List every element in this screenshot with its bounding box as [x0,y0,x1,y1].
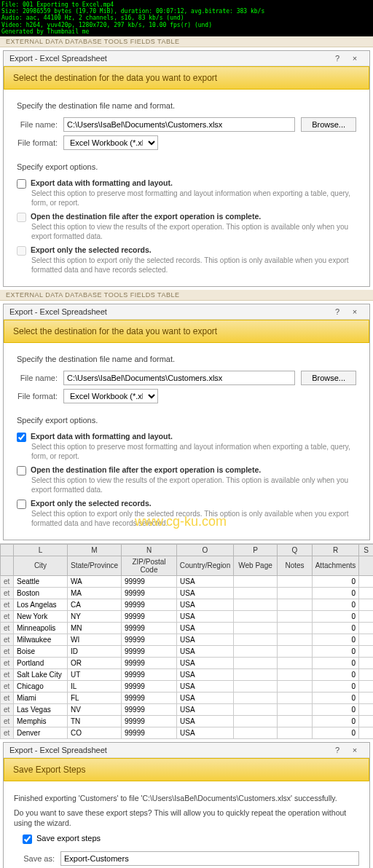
cell[interactable]: et [1,668,14,680]
cell[interactable] [359,727,374,738]
cell[interactable]: UT [68,668,122,680]
cell[interactable] [359,715,374,727]
cell[interactable] [278,692,313,703]
cell[interactable]: 0 [313,599,359,610]
cell[interactable] [278,715,313,727]
cell[interactable]: USA [177,727,234,738]
help-button[interactable]: ? [329,54,346,63]
cell[interactable] [278,587,313,599]
cell[interactable] [234,715,278,727]
help-button-3[interactable]: ? [329,746,346,754]
cell[interactable]: et [1,727,14,738]
cell[interactable]: MA [68,587,122,599]
cell[interactable]: et [1,622,14,634]
cell[interactable]: Seattle [14,575,68,587]
cell[interactable]: Boston [14,587,68,599]
cell[interactable]: CA [68,599,122,610]
cell[interactable]: WA [68,575,122,587]
cell[interactable]: Miami [14,692,68,703]
cell[interactable] [234,727,278,738]
cell[interactable]: 99999 [122,692,177,703]
cell[interactable]: New York [14,610,68,622]
cell[interactable] [278,727,313,738]
column-header[interactable] [359,556,374,575]
table-row[interactable]: etBostonMA99999USA0 [1,587,374,599]
cell[interactable]: Las Vegas [14,703,68,715]
table-row[interactable]: etSeattleWA99999USA0 [1,575,374,587]
cell[interactable]: et [1,680,14,692]
cell[interactable]: Denver [14,727,68,738]
cell[interactable]: 0 [313,657,359,668]
column-header[interactable]: State/Province [68,556,122,575]
cell[interactable] [359,703,374,715]
cell[interactable]: USA [177,680,234,692]
column-header[interactable]: Notes [278,556,313,575]
cell[interactable] [234,634,278,645]
cell[interactable]: et [1,610,14,622]
cell[interactable]: 0 [313,622,359,634]
cell[interactable]: 0 [313,668,359,680]
cell[interactable]: Boise [14,645,68,657]
cell[interactable]: 99999 [122,622,177,634]
column-letter[interactable]: S [359,544,374,556]
cell[interactable] [234,622,278,634]
cell[interactable] [278,680,313,692]
cell[interactable]: 0 [313,680,359,692]
cell[interactable]: 99999 [122,668,177,680]
cell[interactable] [359,692,374,703]
column-letter[interactable]: N [122,544,177,556]
cell[interactable]: Los Angelas [14,599,68,610]
cell[interactable]: WI [68,634,122,645]
table-row[interactable]: etLos AngelasCA99999USA0 [1,599,374,610]
cell[interactable]: OR [68,657,122,668]
cell[interactable]: ID [68,645,122,657]
cell[interactable]: 99999 [122,680,177,692]
cell[interactable]: 0 [313,634,359,645]
cell[interactable]: 99999 [122,599,177,610]
cell[interactable]: USA [177,668,234,680]
table-row[interactable]: etMinneapolisMN99999USA0 [1,622,374,634]
cell[interactable] [278,622,313,634]
cell[interactable]: USA [177,703,234,715]
column-letter[interactable]: M [68,544,122,556]
cell[interactable] [234,703,278,715]
table-row[interactable]: etLas VegasNV99999USA0 [1,703,374,715]
close-icon[interactable]: × [346,54,364,63]
cell[interactable]: USA [177,587,234,599]
cell[interactable]: USA [177,645,234,657]
cell[interactable]: TN [68,715,122,727]
cell[interactable] [359,587,374,599]
table-row[interactable]: etMiamiFL99999USA0 [1,692,374,703]
cell[interactable]: MN [68,622,122,634]
help-button-2[interactable]: ? [329,307,346,316]
cell[interactable] [359,680,374,692]
cell[interactable] [278,668,313,680]
cell[interactable]: 99999 [122,657,177,668]
cell[interactable] [278,575,313,587]
cell[interactable]: 0 [313,575,359,587]
column-header[interactable]: Attachments [313,556,359,575]
cell[interactable]: et [1,645,14,657]
column-letter[interactable]: R [313,544,359,556]
cell[interactable]: FL [68,692,122,703]
cell[interactable] [278,657,313,668]
cell[interactable]: USA [177,715,234,727]
cell[interactable]: et [1,715,14,727]
cell[interactable] [359,575,374,587]
cell[interactable]: 99999 [122,703,177,715]
browse-button-2[interactable]: Browse... [301,371,356,385]
cell[interactable] [234,645,278,657]
opt-selected-checkbox-2[interactable] [17,500,26,509]
cell[interactable]: USA [177,634,234,645]
opt-formatting-checkbox[interactable] [17,179,26,189]
cell[interactable]: 0 [313,692,359,703]
filename-input-2[interactable] [63,371,295,385]
cell[interactable] [359,668,374,680]
column-letter[interactable]: L [14,544,68,556]
cell[interactable]: 99999 [122,634,177,645]
cell[interactable] [278,599,313,610]
cell[interactable]: Salt Lake City [14,668,68,680]
opt-formatting-checkbox-2[interactable] [17,433,26,442]
cell[interactable]: Chicago [14,680,68,692]
column-header[interactable] [1,556,14,575]
